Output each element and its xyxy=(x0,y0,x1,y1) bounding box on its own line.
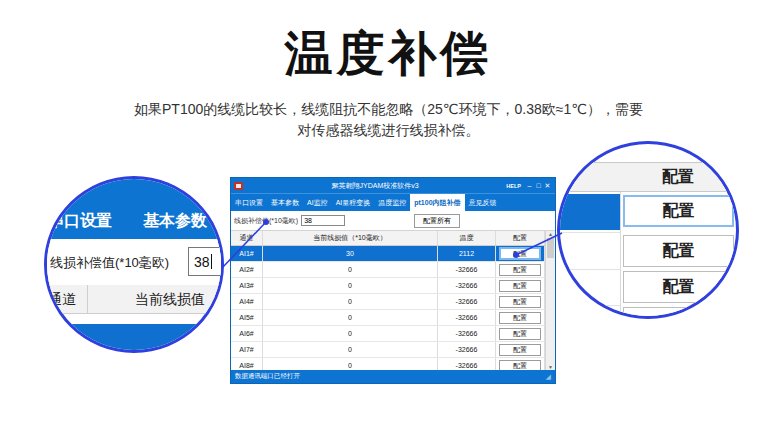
callout-configure-button[interactable]: 配置 xyxy=(623,307,734,319)
tab-temp-monitor[interactable]: 温度监控 xyxy=(374,194,410,211)
configure-row-button[interactable]: 配置 xyxy=(499,296,541,308)
callout-tab-serial-settings: 串口设置 xyxy=(48,211,112,232)
tab-bar: 串口设置 基本参数 AI监控 AI量程变换 温度监控 pt100内阻补偿 意见反… xyxy=(231,193,555,211)
configure-row-button[interactable]: 配置 xyxy=(499,264,541,276)
callout-configure-button[interactable]: 配置 xyxy=(623,195,734,227)
page-subtitle: 如果PT100的线缆比较长，线缆阻抗不能忽略（25℃环境下，0.38欧≈1℃），… xyxy=(0,99,777,141)
callout-selected-row xyxy=(47,324,221,353)
table-row[interactable]: AI5# 0 -32666 配置 xyxy=(231,310,545,326)
compensation-input[interactable] xyxy=(301,215,345,226)
page-title: 温度补偿 xyxy=(0,22,777,86)
tab-ai-range[interactable]: AI量程变换 xyxy=(332,194,375,211)
configure-row-button[interactable]: 配置 xyxy=(499,328,541,340)
tab-pt100-compensation[interactable]: pt100内阻补偿 xyxy=(410,194,464,211)
window-title: 聚英翱翔JYDAM校准软件v3 xyxy=(246,181,504,191)
tab-ai-monitor[interactable]: AI监控 xyxy=(303,194,332,211)
configure-row-button[interactable]: 配置 xyxy=(499,247,541,260)
status-text: 数据通讯端口已经打开 xyxy=(235,372,300,381)
callout-selected-row-fragment xyxy=(560,194,620,230)
callout-toolbar: 线损补偿值(*10毫欧) 38 xyxy=(47,239,221,286)
subtitle-line-1: 如果PT100的线缆比较长，线缆阻抗不能忽略（25℃环境下，0.38欧≈1℃），… xyxy=(0,99,777,120)
callout-tab-basic-params: 基本参数 xyxy=(143,211,207,232)
callout-tab-bar: 串口设置 基本参数 xyxy=(47,179,221,239)
text-cursor xyxy=(211,254,212,269)
app-logo-icon xyxy=(234,182,243,190)
table-row[interactable]: AI3# 0 -32666 配置 xyxy=(231,278,545,294)
configure-row-button[interactable]: 配置 xyxy=(499,344,541,356)
configure-row-button[interactable]: 配置 xyxy=(499,280,541,292)
tab-basic-params[interactable]: 基本参数 xyxy=(267,194,303,211)
vertical-scrollbar[interactable]: ▲ ▼ xyxy=(545,231,555,370)
scrollbar-thumb[interactable] xyxy=(547,238,554,258)
table-row[interactable]: AI2# 0 -32666 配置 xyxy=(231,262,545,278)
configure-row-button[interactable]: 配置 xyxy=(499,360,541,371)
header-configure: 配置 xyxy=(496,231,545,245)
callout-header-line-loss: 当前线损值 xyxy=(135,291,205,309)
callout-header-channel: 通道 xyxy=(48,291,76,309)
callout-compensation-input[interactable]: 38 xyxy=(188,247,224,276)
app-window: 聚英翱翔JYDAM校准软件v3 HELP – □ ✕ 串口设置 基本参数 AI监… xyxy=(230,177,556,384)
callout-compensation-label: 线损补偿值(*10毫欧) xyxy=(50,254,169,272)
help-button[interactable]: HELP xyxy=(506,183,521,189)
channel-table: 通道 当前线损值（*10毫欧） 温度 配置 AI1# 30 2112 配置 AI… xyxy=(231,231,555,370)
minimize-button[interactable]: – xyxy=(525,179,534,192)
compensation-label: 线损补偿值(*10毫欧) xyxy=(234,216,298,226)
header-temperature: 温度 xyxy=(438,231,496,245)
table-row[interactable]: AI4# 0 -32666 配置 xyxy=(231,294,545,310)
table-header-row: 通道 当前线损值（*10毫欧） 温度 配置 xyxy=(231,231,545,246)
subtitle-line-2: 对传感器线缆进行线损补偿。 xyxy=(0,120,777,141)
status-bar: 数据通讯端口已经打开 ◢ xyxy=(231,370,555,383)
resize-grip-icon[interactable]: ◢ xyxy=(546,373,551,380)
table-row[interactable]: AI7# 0 -32666 配置 xyxy=(231,342,545,358)
table-row[interactable]: AI1# 30 2112 配置 xyxy=(231,246,545,262)
scroll-up-icon[interactable]: ▲ xyxy=(548,231,553,237)
compensation-toolbar: 线损补偿值(*10毫欧) 配置所有 xyxy=(231,211,555,231)
tab-serial-settings[interactable]: 串口设置 xyxy=(231,194,267,211)
page: 温度补偿 如果PT100的线缆比较长，线缆阻抗不能忽略（25℃环境下，0.38欧… xyxy=(0,0,777,426)
configure-row-button[interactable]: 配置 xyxy=(499,312,541,324)
close-button[interactable]: ✕ xyxy=(543,179,552,192)
table-row[interactable]: AI6# 0 -32666 配置 xyxy=(231,326,545,342)
callout-configure-button[interactable]: 配置 xyxy=(623,271,734,303)
callout-configure-button[interactable]: 配置 xyxy=(623,235,734,267)
right-magnifier-callout: 配置 配置 配置 配置 配置 xyxy=(557,141,739,319)
table-row[interactable]: AI8# 0 -32666 配置 xyxy=(231,358,545,370)
header-channel: 通道 xyxy=(231,231,263,245)
left-magnifier-callout: 串口设置 基本参数 线损补偿值(*10毫欧) 38 通道 当前线损值 xyxy=(44,176,224,353)
title-bar: 聚英翱翔JYDAM校准软件v3 HELP – □ ✕ xyxy=(231,178,555,193)
header-line-loss: 当前线损值（*10毫欧） xyxy=(263,231,438,245)
configure-all-button[interactable]: 配置所有 xyxy=(414,214,460,228)
maximize-button[interactable]: □ xyxy=(534,179,543,192)
callout-configure-header: 配置 xyxy=(560,162,736,192)
callout-table-header: 通道 当前线损值 xyxy=(47,285,221,314)
tab-feedback[interactable]: 意见反馈 xyxy=(465,194,501,211)
